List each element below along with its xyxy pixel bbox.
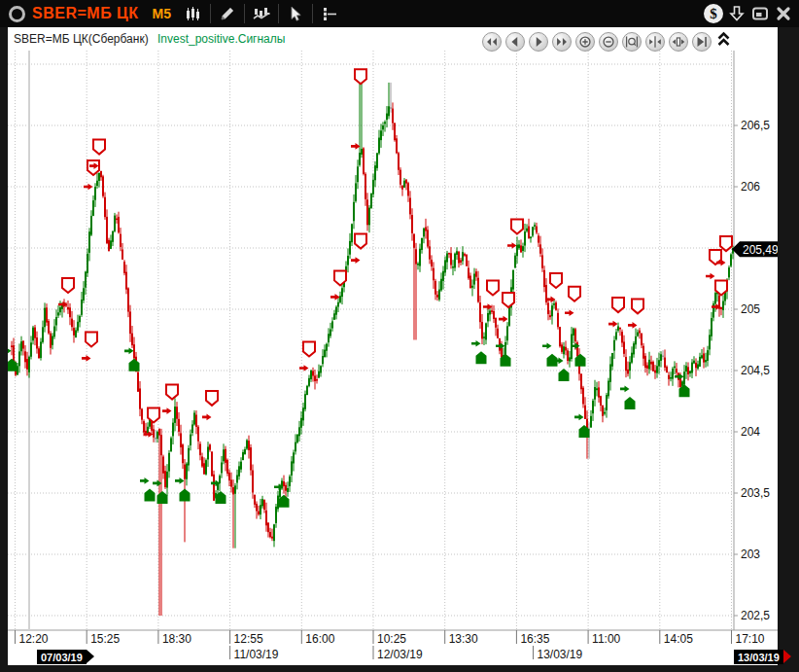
sell-flag-marker	[62, 278, 74, 293]
svg-text:17:10: 17:10	[736, 632, 765, 646]
svg-text:204,5: 204,5	[741, 364, 770, 377]
sell-flag-marker	[632, 299, 643, 313]
dollar-icon[interactable]: $	[702, 2, 725, 25]
deals-on-chart-icon[interactable]	[249, 2, 274, 25]
sell-flag-marker	[166, 385, 178, 400]
toolbar-separator	[312, 4, 313, 23]
buy-house-marker	[180, 488, 191, 501]
sell-flag-marker	[715, 280, 727, 295]
toolbar-separator	[244, 4, 245, 23]
svg-text:15:25: 15:25	[90, 632, 120, 646]
candlestick-chart-icon[interactable]	[181, 2, 206, 25]
grid	[8, 51, 778, 630]
sell-flag-marker	[93, 140, 105, 155]
buy-house-marker	[625, 397, 636, 409]
titlebar-right-controls: $	[702, 0, 795, 27]
buy-house-marker	[559, 369, 570, 381]
instrument-label: SBER=МБ ЦК(Сбербанк)	[14, 32, 149, 46]
sell-flag-marker	[355, 69, 366, 84]
svg-text:11:00: 11:00	[592, 632, 620, 646]
svg-text:203,5: 203,5	[741, 486, 770, 500]
buy-house-marker	[8, 359, 17, 371]
instrument-status-ring-icon	[9, 6, 25, 22]
pencil-icon[interactable]	[215, 2, 240, 25]
date-badge-end: 13/03/19	[734, 650, 783, 664]
toolbar-separator	[278, 4, 279, 23]
title-bar: SBER=МБ ЦК М5	[0, 0, 799, 27]
compress-horizontal-button[interactable]	[645, 32, 665, 52]
scroll-fast-right-button[interactable]	[552, 32, 572, 52]
svg-text:206: 206	[741, 180, 760, 194]
badge-arrow-icon	[783, 650, 791, 663]
sell-flag-marker	[148, 408, 159, 423]
sell-flag-marker	[487, 280, 499, 295]
svg-text:202,5: 202,5	[741, 609, 770, 622]
svg-text:14:05: 14:05	[664, 632, 693, 646]
terminal-window: SBER=МБ ЦК М5	[0, 0, 799, 672]
window-title: SBER=МБ ЦК	[32, 5, 139, 22]
svg-text:203: 203	[741, 548, 760, 561]
time-axis[interactable]: 12:2015:2518:3012:5516:0010:2513:3016:35…	[16, 630, 765, 661]
svg-text:12/03/19: 12/03/19	[377, 648, 423, 661]
svg-text:10:25: 10:25	[377, 632, 406, 646]
sell-flag-marker	[503, 293, 514, 307]
chart-header: SBER=МБ ЦК(Сбербанк) Invest_positive.Сиг…	[14, 32, 285, 46]
sell-flag-marker	[550, 273, 562, 288]
scroll-fast-left-button[interactable]	[482, 32, 502, 52]
sell-flag-marker	[334, 270, 346, 285]
toolbar-separator	[210, 4, 211, 23]
sell-flag-marker	[720, 236, 732, 251]
timeframe-label[interactable]: М5	[153, 6, 171, 21]
download-arrow-icon[interactable]	[725, 2, 748, 25]
trade-signals	[8, 69, 732, 508]
svg-text:12:55: 12:55	[234, 632, 263, 646]
go-to-end-button[interactable]	[692, 32, 712, 52]
sell-flag-marker	[87, 160, 99, 175]
levels-icon[interactable]	[317, 2, 342, 25]
sell-flag-marker	[569, 287, 580, 301]
svg-text:11/03/19: 11/03/19	[234, 648, 279, 661]
expand-horizontal-button[interactable]	[669, 32, 688, 52]
svg-text:12:20: 12:20	[19, 632, 49, 646]
svg-text:205: 205	[741, 302, 760, 316]
restore-window-icon[interactable]	[748, 2, 772, 25]
svg-text:$: $	[710, 6, 717, 21]
zoom-window-button[interactable]	[622, 32, 642, 52]
date-badge-start: 07/03/19	[37, 650, 87, 664]
svg-text:206,5: 206,5	[741, 119, 770, 132]
zoom-in-button[interactable]	[575, 32, 595, 52]
svg-text:13/03/19: 13/03/19	[538, 648, 583, 661]
sell-flag-marker	[86, 332, 97, 346]
candlestick-series	[11, 77, 734, 616]
price-axis[interactable]: 206,5206205204,5204203,5203202,5205,49	[732, 119, 778, 622]
svg-text:16:00: 16:00	[305, 632, 334, 646]
chart-panel: 206,5206205204,5204203,5203202,5205,4912…	[8, 27, 778, 665]
chart-nav-toolbar	[478, 31, 731, 52]
close-window-icon[interactable]	[772, 2, 795, 25]
zoom-out-button[interactable]	[599, 32, 618, 52]
strategy-script-label: Invest_positive.Сигналы	[157, 32, 285, 46]
buy-house-marker	[129, 359, 140, 371]
svg-text:13:30: 13:30	[449, 632, 478, 646]
svg-text:16:35: 16:35	[520, 632, 549, 646]
sell-flag-marker	[206, 391, 218, 406]
scroll-right-button[interactable]	[529, 32, 548, 52]
svg-text:205,49: 205,49	[743, 243, 778, 257]
sell-flag-marker	[511, 219, 523, 233]
sell-flag-marker	[612, 298, 624, 312]
badge-arrow-icon	[87, 650, 94, 663]
buy-house-marker	[476, 351, 487, 364]
candlestick-chart[interactable]: 206,5206205204,5204203,5203202,5205,4912…	[8, 27, 778, 665]
buy-house-marker	[145, 488, 156, 501]
svg-text:204: 204	[741, 425, 760, 439]
scroll-left-button[interactable]	[505, 32, 525, 52]
collapse-up-chevron-button[interactable]	[716, 31, 731, 52]
cursor-icon[interactable]	[283, 2, 308, 25]
sell-flag-marker	[303, 341, 315, 356]
svg-text:18:30: 18:30	[162, 632, 191, 646]
sell-flag-marker	[355, 234, 366, 249]
